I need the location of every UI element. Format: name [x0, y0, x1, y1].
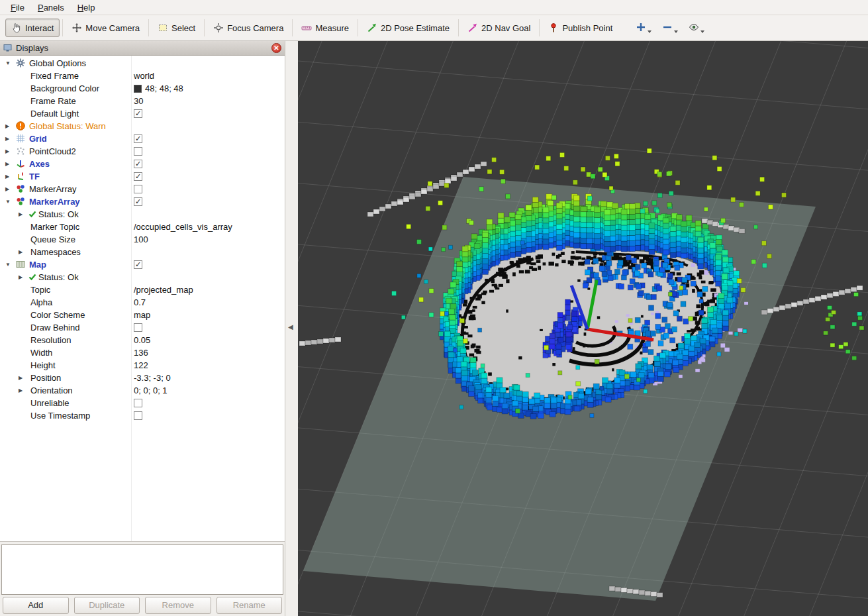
- property-value[interactable]: -3.3; -3; 0: [134, 373, 171, 383]
- menu-file[interactable]: File: [4, 1, 31, 14]
- checkbox[interactable]: [134, 185, 142, 193]
- remove-button[interactable]: Remove: [145, 597, 211, 614]
- rename-button[interactable]: Rename: [217, 597, 283, 614]
- display-row[interactable]: ▶Grid✓: [0, 132, 285, 145]
- collapse-arrow-icon[interactable]: ▼: [5, 262, 11, 268]
- display-row[interactable]: Marker Topic/occupied_cells_vis_array: [0, 221, 285, 233]
- checkbox[interactable]: [134, 147, 142, 156]
- tool-label: 2D Nav Goal: [481, 23, 530, 33]
- duplicate-button[interactable]: Duplicate: [74, 597, 140, 614]
- expand-arrow-icon[interactable]: ▶: [19, 387, 23, 393]
- display-row[interactable]: Resolution0.05: [0, 334, 285, 346]
- property-value[interactable]: map: [134, 310, 150, 320]
- property-value[interactable]: 0.7: [134, 297, 146, 307]
- expand-arrow-icon[interactable]: ▶: [5, 136, 9, 142]
- checkbox[interactable]: [134, 323, 142, 332]
- property-value[interactable]: /projected_map: [134, 285, 193, 295]
- display-row[interactable]: ▼Global Options: [0, 57, 285, 70]
- checkbox[interactable]: ✓: [134, 134, 142, 143]
- tool-nav-goal[interactable]: 2D Nav Goal: [461, 19, 536, 37]
- checkbox[interactable]: [134, 411, 142, 420]
- display-row[interactable]: Topic/projected_map: [0, 283, 285, 296]
- display-row[interactable]: Alpha0.7: [0, 296, 285, 309]
- expand-arrow-icon[interactable]: ▶: [5, 186, 9, 192]
- tool-publish-point[interactable]: Publish Point: [542, 19, 618, 37]
- property-value[interactable]: world: [134, 71, 154, 81]
- display-row[interactable]: ▶MarkerArray: [0, 183, 285, 195]
- panel-splitter[interactable]: ◀: [285, 41, 298, 616]
- display-row[interactable]: Height122: [0, 359, 285, 372]
- add-button[interactable]: Add: [3, 597, 69, 614]
- menu-panels[interactable]: Panels: [31, 1, 71, 14]
- display-row[interactable]: Default Light✓: [0, 107, 285, 120]
- displays-panel-header[interactable]: Displays ✕: [0, 41, 285, 56]
- property-value[interactable]: 48; 48; 48: [134, 83, 183, 93]
- property-value[interactable]: 30: [134, 96, 143, 106]
- expand-arrow-icon[interactable]: ▶: [5, 148, 9, 154]
- tool-select[interactable]: Select: [152, 19, 201, 37]
- add-tool-button[interactable]: [636, 22, 651, 34]
- property-label: Orientation: [30, 385, 73, 395]
- property-value[interactable]: 0.05: [134, 335, 150, 345]
- menu-help[interactable]: Help: [71, 1, 102, 14]
- display-row[interactable]: ▶Axes✓: [0, 158, 285, 170]
- toolbar-separator: [62, 19, 63, 36]
- display-row[interactable]: ▶Global Status: Warn: [0, 120, 285, 132]
- expand-arrow-icon[interactable]: ▶: [5, 123, 9, 129]
- tool-focus-camera[interactable]: Focus Camera: [207, 19, 289, 37]
- 3d-viewport-canvas[interactable]: [298, 41, 868, 616]
- checkbox[interactable]: ✓: [134, 172, 142, 181]
- property-label: Axes: [29, 159, 50, 169]
- display-row[interactable]: Draw Behind: [0, 321, 285, 334]
- display-row[interactable]: Background Color48; 48; 48: [0, 82, 285, 95]
- property-value[interactable]: 0; 0; 0; 1: [134, 385, 168, 395]
- property-label: Unreliable: [30, 398, 70, 408]
- display-row[interactable]: ▶Position-3.3; -3; 0: [0, 372, 285, 384]
- property-value[interactable]: 100: [134, 234, 148, 244]
- close-panel-button[interactable]: ✕: [271, 43, 281, 53]
- collapse-arrow-icon[interactable]: ▼: [5, 60, 11, 66]
- tool-measure[interactable]: Measure: [295, 19, 355, 37]
- display-row[interactable]: ▶Status: Ok: [0, 271, 285, 283]
- display-row[interactable]: ▶PointCloud2: [0, 145, 285, 158]
- expand-arrow-icon[interactable]: ▶: [5, 161, 9, 167]
- tool-move-camera[interactable]: Move Camera: [66, 19, 146, 37]
- display-row[interactable]: Use Timestamp: [0, 409, 285, 422]
- expand-arrow-icon[interactable]: ▶: [19, 249, 23, 255]
- tool-pose-estimate[interactable]: 2D Pose Estimate: [361, 19, 456, 37]
- display-row[interactable]: ▼Map✓: [0, 258, 285, 271]
- checkbox[interactable]: ✓: [134, 260, 142, 269]
- collapse-arrow-icon[interactable]: ▼: [5, 199, 11, 205]
- property-value[interactable]: 122: [134, 360, 148, 370]
- display-row[interactable]: ▶Status: Ok: [0, 208, 285, 221]
- display-row[interactable]: Unreliable: [0, 397, 285, 409]
- checkbox[interactable]: ✓: [134, 197, 142, 206]
- tool-interact[interactable]: Interact: [5, 19, 60, 37]
- display-row[interactable]: Queue Size100: [0, 233, 285, 246]
- display-row[interactable]: ▶Namespaces: [0, 246, 285, 258]
- tool-visibility-button[interactable]: [689, 22, 704, 34]
- expand-arrow-icon[interactable]: ▶: [19, 274, 23, 280]
- remove-tool-button[interactable]: [662, 22, 678, 34]
- display-row[interactable]: ▼MarkerArray✓: [0, 195, 285, 208]
- property-value[interactable]: 136: [134, 348, 148, 358]
- expand-arrow-icon[interactable]: ▶: [5, 174, 9, 180]
- collapse-handle-icon[interactable]: ◀: [288, 323, 293, 331]
- expand-arrow-icon[interactable]: ▶: [19, 375, 23, 381]
- dropdown-caret-icon[interactable]: [674, 30, 678, 33]
- display-row[interactable]: Color Schememap: [0, 309, 285, 321]
- expand-arrow-icon[interactable]: ▶: [19, 211, 23, 217]
- checkbox[interactable]: [134, 399, 142, 407]
- property-value[interactable]: /occupied_cells_vis_array: [134, 222, 232, 232]
- display-row[interactable]: Width136: [0, 346, 285, 359]
- display-row[interactable]: ▶TF✓: [0, 170, 285, 183]
- display-row[interactable]: Fixed Frameworld: [0, 70, 285, 82]
- dropdown-caret-icon[interactable]: [700, 30, 704, 33]
- property-label: Width: [30, 348, 52, 358]
- display-row[interactable]: Frame Rate30: [0, 95, 285, 107]
- checkbox[interactable]: ✓: [134, 160, 142, 168]
- dropdown-caret-icon[interactable]: [648, 30, 651, 33]
- checkbox[interactable]: ✓: [134, 109, 142, 118]
- plus-icon: [636, 22, 646, 34]
- display-row[interactable]: ▶Orientation0; 0; 0; 1: [0, 384, 285, 397]
